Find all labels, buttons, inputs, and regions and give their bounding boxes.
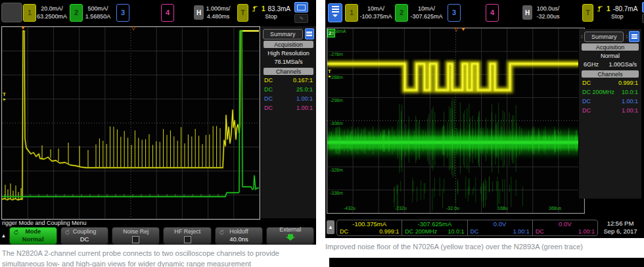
channel-1-readout: 10mA/ -100.375mA [359,5,393,20]
channel-2-ground-marker[interactable]: 2↕ [327,29,335,37]
softkey-holdoff[interactable]: Holdoff 40.0ns [215,227,263,245]
coupling-label: DC [264,85,273,95]
x-axis-label: -32.0u [446,206,459,210]
channel-1-summary-row: DC 0.167:1 [261,76,316,85]
horizontal-readout: 100.0us/ -32.00us [534,5,563,20]
channel-1-offset: -100.375mA [359,12,393,20]
coupling-label: DC [471,228,479,235]
axis-labels: -268mA-278m-288m-298m-308m-318m-328m-338… [327,28,584,213]
softkey-bar: ▲ Mode Normal Coupling DC Noise Rej HF R… [0,227,316,245]
channel-measurement-panels: -100.375mA DC 0.999:1 -307.625mA DC 200M… [336,220,598,236]
probe-ratio: 1.00:1 [622,97,638,107]
channel-1-summary-row: DC 0.999:1 [579,79,641,88]
softkey-coupling[interactable]: Coupling DC [60,227,108,245]
trigger-button[interactable]: T [237,4,248,22]
timebase-scale: 100.0us/ [534,5,563,12]
left-status-bar: 1 20.0mA/ 63.2500mA 2 500mA/ 1.56850A 3 … [0,0,316,25]
trigger-level-marker[interactable]: T► [3,92,7,101]
probe-ratio: 0.167:1 [293,76,313,85]
softkey-value: DC [80,235,89,243]
menu-back-arrow-icon[interactable]: ▲ [0,230,7,243]
trigger-position-marker[interactable]: ▼ [461,27,466,32]
checkbox-icon[interactable] [184,236,191,243]
coupling-label: DC [582,79,591,88]
x-axis-label: -232u [395,206,407,210]
channel-4-button[interactable]: 4 [486,4,499,22]
channel-4-button[interactable]: 4 [161,4,174,22]
bandwidth: 6GHz [584,61,599,69]
cycle-icon [13,230,19,235]
menu-button-blank[interactable] [1,3,22,22]
y-axis-label: -318m [330,145,343,149]
right-waveform-display: -268mA-278m-288m-298m-308m-318m-328m-338… [327,28,585,214]
channel-1-scale: 20.0mA/ [37,5,67,12]
trigger-source: 1 [607,5,610,12]
timebase-delay: 4.480ms [205,12,231,20]
horizontal-button[interactable]: H [194,5,204,20]
channel-2-readout: 500mA/ 1.56850A [83,5,112,20]
channel-2-button[interactable]: 2 [70,4,83,22]
y-axis-label: -298m [330,98,343,103]
summary-tab[interactable]: Summary [584,32,624,42]
channel-2-offset: 1.56850A [83,12,112,20]
channel-value: -100.375mA [340,220,399,228]
channel-3-button[interactable]: 3 [116,4,129,22]
trigger-edge-icon [597,5,604,12]
left-figure-caption: The N2820A 2-channel current probe conne… [2,249,313,267]
tab-grip-dots: ⁞⁞ [626,34,627,39]
channel-1-button[interactable]: 1 [345,4,358,22]
trigger-button[interactable]: T [582,4,593,22]
channel-3-panel[interactable]: 0.0V DC 1.00:1 [468,220,533,235]
channel-3-button[interactable]: 3 [448,4,461,22]
softkey-label: Coupling [73,228,97,235]
corner-icons: ∿ [294,2,308,23]
softkey-mode[interactable]: Mode Normal [9,227,57,245]
acquisition-header: Acquisition [264,41,313,48]
y-axis-label: -288m [330,75,343,80]
cycle-icon [64,230,70,235]
left-waveform-display: ▼ ▽ T► [1,26,260,220]
sidebar-menu-icon[interactable] [629,31,639,42]
menu-up-arrow-icon[interactable]: ▲ [327,220,334,234]
coupling-label: DC [340,228,348,235]
timebase-scale: 1.000ms/ [205,5,231,12]
sidebar-menu-icon[interactable] [305,28,314,39]
trigger-readout: 1 -80.7mA Stop [597,5,637,20]
channel-2-offset: -307.625mA [409,12,444,20]
zoom-window-icon[interactable] [294,2,308,12]
acquisition-mode: High Resolution [261,49,316,58]
softkey-external[interactable]: External [266,227,314,245]
trigger-edge-icon [252,5,259,12]
softkey-noise-rej[interactable]: Noise Rej [112,227,160,245]
channel-4-panel[interactable]: 0.0V DC 1.00:1 [533,220,597,235]
hamburger-menu-icon[interactable] [328,3,342,22]
summary-tab[interactable]: Summary [263,29,303,39]
channel-2-panel[interactable]: -307.625mA DC 200MHz 10.0:1 [402,220,467,235]
waveform-recall-icon[interactable]: ∿ [294,14,308,23]
channel-1-button[interactable]: 1 [23,4,36,22]
trigger-position-marker[interactable]: ▼ [20,26,26,31]
probe-ratio: 1.00:1 [578,228,595,235]
ground-marker-number: 2 [329,30,331,36]
softkey-label: Mode [25,228,41,235]
coupling-label: DC [582,97,591,107]
channel-1-panel[interactable]: -100.375mA DC 0.999:1 [337,220,402,235]
y-axis-label: -338m [330,191,343,195]
probe-ratio: 1.00:1 [296,104,313,113]
coupling-label: DC 200MHz [582,88,614,97]
horizontal-button[interactable]: H [522,5,532,20]
channel-2-scale: 10mA/ [409,5,444,12]
channel-1-readout: 20.0mA/ 63.2500mA [37,5,67,20]
sample-rate: 1.00GSa/s [609,61,637,69]
right-status-bar: 1 10mA/ -100.375mA 2 10mA/ -307.625mA 3 … [325,0,644,25]
channel-2-button[interactable]: 2 [395,4,408,22]
left-oscilloscope-screen: 1 20.0mA/ 63.2500mA 2 500mA/ 1.56850A 3 … [0,0,316,245]
checkbox-icon[interactable] [132,236,139,243]
left-waveform-traces [2,27,260,219]
softkey-hf-reject[interactable]: HF Reject [163,227,211,245]
softkey-label: Noise Rej [123,228,149,235]
acquisition-status: Stop [252,13,290,20]
trigger-level-marker[interactable]: T► [328,69,332,78]
channel-2-scale: 500mA/ [83,5,112,12]
bottom-black-bar [329,258,644,267]
